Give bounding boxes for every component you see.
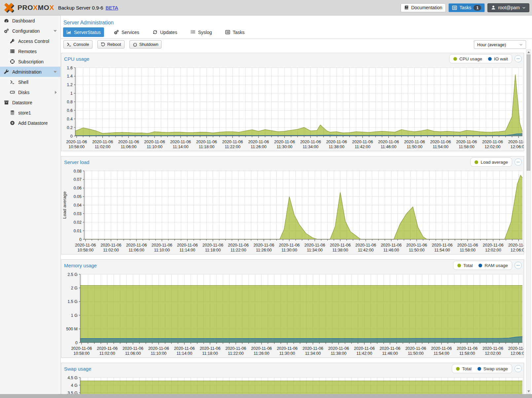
proxmox-x-icon: [3, 2, 16, 13]
legend-cpu-usage[interactable]: CPU usage: [453, 56, 482, 61]
svg-text:2020-11-06: 2020-11-06: [66, 140, 87, 144]
tab-serverstatus[interactable]: ServerStatus: [63, 27, 104, 37]
svg-text:11:10:00: 11:10:00: [151, 351, 167, 356]
svg-text:2020-11-06: 2020-11-06: [228, 243, 249, 248]
svg-text:2020-11-06: 2020-11-06: [302, 346, 323, 351]
panel-collapse-button[interactable]: [514, 55, 522, 62]
svg-text:2020-11-06: 2020-11-06: [248, 140, 269, 144]
sidebar-item-remotes[interactable]: Remotes: [0, 46, 60, 56]
panel-server-load: Server loadLoad average00.010.020.030.04…: [61, 156, 524, 254]
svg-text:2020-11-06: 2020-11-06: [200, 346, 221, 351]
svg-text:2020-11-06: 2020-11-06: [483, 243, 504, 248]
svg-text:11:18:00: 11:18:00: [199, 145, 215, 149]
svg-text:11:18:00: 11:18:00: [202, 351, 218, 356]
svg-text:2020-11-06: 2020-11-06: [251, 346, 272, 351]
svg-text:11:50:00: 11:50:00: [408, 351, 424, 356]
sidebar-item-label: Disks: [18, 90, 29, 95]
lifering-icon: [9, 59, 15, 64]
sidebar-item-access-control[interactable]: Access Control: [0, 36, 60, 46]
scroll-up-arrow-icon[interactable]: [527, 51, 530, 53]
panel-collapse-button[interactable]: [514, 365, 522, 372]
svg-text:11:46:00: 11:46:00: [382, 351, 398, 356]
svg-text:2020-11-06: 2020-11-06: [253, 243, 274, 248]
tab-syslog[interactable]: Syslog: [187, 27, 215, 37]
sidebar-item-shell[interactable]: Shell: [0, 77, 60, 87]
sidebar-item-dashboard[interactable]: Dashboard: [0, 16, 60, 26]
chevron-down-icon[interactable]: [53, 71, 57, 73]
chart-legend: Load average: [470, 157, 512, 167]
tab-label: Services: [122, 30, 139, 35]
svg-text:2020-11-06: 2020-11-06: [75, 243, 96, 248]
charts-content: CPU usageCPU usageIO wait00.20.40.60.811…: [61, 49, 532, 398]
tab-label: ServerStatus: [74, 30, 101, 35]
sidebar-item-administration[interactable]: Administration: [0, 67, 60, 77]
panel-header: Swap usageTotalSwap usage: [61, 363, 524, 374]
tab-updates[interactable]: Updates: [149, 27, 181, 37]
shutdown-button[interactable]: Shutdown: [129, 40, 162, 49]
svg-text:2020-11-06: 2020-11-06: [177, 243, 198, 248]
toolbar-buttons: ConsoleRebootShutdown: [63, 40, 161, 49]
panel-collapse-button[interactable]: [514, 158, 522, 166]
tasks-button[interactable]: Tasks 1: [448, 3, 485, 12]
logo-text: PROXMOX: [18, 4, 54, 12]
tab-services[interactable]: Services: [111, 27, 143, 37]
chevron-right-icon[interactable]: [55, 91, 57, 94]
svg-text:11:02:00: 11:02:00: [103, 248, 119, 252]
svg-text:2020-11-06: 2020-11-06: [126, 243, 147, 248]
svg-text:2020-11-06: 2020-11-06: [326, 140, 347, 144]
svg-text:1 G: 1 G: [71, 313, 78, 318]
svg-text:11:46:00: 11:46:00: [383, 248, 399, 252]
sidebar-item-datastore[interactable]: Datastore: [0, 97, 60, 108]
scrollbar-thumb[interactable]: [527, 54, 530, 171]
chevron-down-icon[interactable]: [53, 30, 57, 32]
legend-swap-usage[interactable]: Swap usage: [478, 366, 508, 371]
scroll-down-arrow-icon[interactable]: [527, 390, 530, 392]
svg-text:1.4: 1.4: [67, 74, 73, 79]
svg-text:2020-11-06: 2020-11-06: [304, 243, 325, 248]
svg-text:11:10:00: 11:10:00: [154, 248, 170, 252]
sidebar-item-disks[interactable]: Disks: [0, 87, 60, 97]
database-icon: [9, 110, 15, 115]
documentation-button[interactable]: Documentation: [401, 3, 446, 12]
task-list-icon: [452, 5, 457, 10]
legend-dot-icon: [478, 367, 481, 371]
topbar-actions: Documentation Tasks 1 root@pam: [401, 3, 529, 12]
tab-tasks[interactable]: Tasks: [222, 27, 248, 37]
proxmox-logo: PROXMOX: [3, 2, 54, 13]
svg-text:2020-11-06: 2020-11-06: [482, 346, 503, 351]
timeframe-select[interactable]: Hour (average): [474, 40, 526, 49]
svg-text:12:02:00: 12:02:00: [485, 248, 501, 252]
cpu-usage-chart: 00.20.40.60.811.21.41.62020-11-0610:58:0…: [61, 64, 524, 151]
sidebar: DashboardConfigurationAccess ControlRemo…: [0, 16, 61, 394]
svg-text:11:14:00: 11:14:00: [180, 248, 195, 252]
svg-text:2020-11-06: 2020-11-06: [355, 243, 376, 248]
beta-link[interactable]: BETA: [106, 5, 118, 11]
dashboard-icon: [3, 18, 9, 23]
legend-total[interactable]: Total: [457, 263, 473, 268]
sidebar-item-configuration[interactable]: Configuration: [0, 26, 60, 36]
tab-label: Tasks: [233, 30, 245, 35]
vertical-scrollbar[interactable]: [526, 50, 531, 394]
panel-header: Server loadLoad average: [61, 156, 524, 168]
tasks-count-badge: 1: [474, 5, 481, 11]
console-button[interactable]: Console: [63, 40, 92, 49]
sidebar-item-add-datastore[interactable]: Add Datastore: [0, 118, 60, 128]
user-menu-button[interactable]: root@pam: [487, 3, 529, 12]
pluscircle-icon: [9, 120, 15, 125]
reboot-button[interactable]: Reboot: [97, 40, 124, 49]
panel-collapse-button[interactable]: [514, 262, 522, 269]
documentation-label: Documentation: [411, 5, 442, 10]
svg-text:0.05: 0.05: [74, 194, 82, 199]
sidebar-item-store1[interactable]: store1: [0, 108, 60, 118]
legend-total[interactable]: Total: [456, 366, 472, 371]
sidebar-item-subscription[interactable]: Subscription: [0, 56, 60, 67]
syslog-icon: [191, 30, 195, 35]
legend-dot-icon: [488, 57, 492, 61]
svg-text:11:22:00: 11:22:00: [225, 145, 240, 149]
svg-text:11:58:00: 11:58:00: [459, 351, 475, 356]
svg-text:2020-11-06: 2020-11-06: [202, 243, 223, 248]
svg-text:2020-11-06: 2020-11-06: [277, 346, 298, 351]
legend-ram-usage[interactable]: RAM usage: [479, 263, 508, 268]
legend-load-average[interactable]: Load average: [475, 160, 508, 165]
legend-io-wait[interactable]: IO wait: [488, 56, 508, 61]
